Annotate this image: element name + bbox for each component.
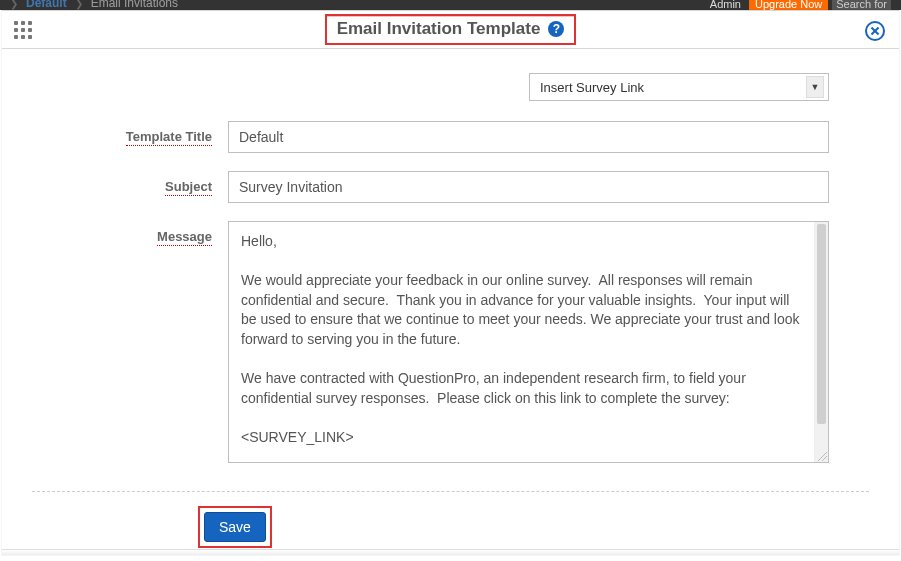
footer-strip [2,549,899,555]
insert-survey-link-select[interactable]: Insert Survey Link ▼ [529,73,829,101]
breadcrumb-default: Default [26,0,67,10]
breadcrumb-email-invitations: Email Invitations [91,0,178,10]
admin-link: Admin [706,0,745,10]
modal-title: Email Invitation Template [337,19,541,39]
upgrade-button: Upgrade Now [749,0,828,10]
divider [32,491,869,492]
subject-label: Subject [165,179,212,196]
close-icon[interactable] [865,21,885,41]
template-title-input[interactable] [228,121,829,153]
message-textarea[interactable] [229,222,814,462]
message-label: Message [157,229,212,246]
help-icon[interactable]: ? [548,21,564,37]
subject-input[interactable] [228,171,829,203]
template-title-label: Template Title [126,129,212,146]
scrollbar-thumb[interactable] [817,224,826,424]
save-button[interactable]: Save [204,512,266,542]
modal-title-highlight: Email Invitation Template ? [325,14,577,45]
background-topbar: ❯ Default ❯ Email Invitations Admin Upgr… [0,0,901,10]
modal-header: Email Invitation Template ? [2,11,899,49]
email-template-modal: Email Invitation Template ? Insert Surve… [2,10,899,555]
drag-handle-icon[interactable] [14,21,32,39]
save-button-highlight: Save [198,506,272,548]
chevron-right-icon: ❯ [10,0,18,9]
chevron-down-icon: ▼ [811,82,820,92]
scrollbar[interactable] [814,222,828,462]
search-placeholder: Search for [832,0,891,10]
insert-survey-link-label: Insert Survey Link [540,80,644,95]
resize-grip-icon[interactable] [817,451,827,461]
chevron-right-icon: ❯ [75,0,83,9]
